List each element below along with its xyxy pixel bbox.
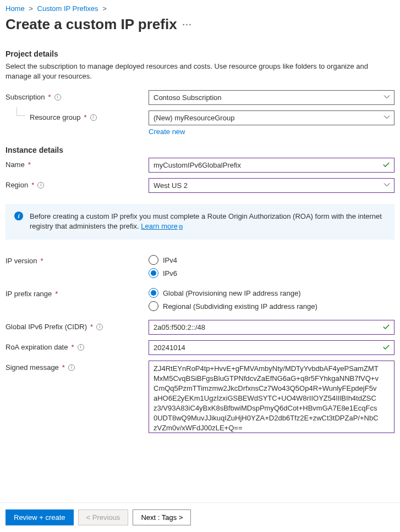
ip-version-ipv4-radio[interactable]: IPv4 [149,255,394,265]
create-new-link[interactable]: Create new [149,128,185,136]
info-icon[interactable]: i [68,364,75,371]
region-label: Region* i [6,178,149,189]
info-icon: i [14,212,23,220]
subscription-select[interactable] [149,90,394,105]
cidr-input[interactable] [149,320,394,335]
info-icon[interactable]: i [90,114,97,121]
resource-group-label: Resource group* i [6,110,149,121]
section-instance-details: Instance details [6,146,394,154]
info-icon[interactable]: i [54,94,61,101]
subscription-label: Subscription* i [6,90,149,101]
ip-version-label: IP version* [6,254,149,265]
section-project-details: Project details [6,49,394,58]
breadcrumb: Home > Custom IP Prefixes > [6,4,394,13]
check-icon [382,160,390,170]
ip-version-ipv6-radio[interactable]: IPv6 [149,268,394,278]
learn-more-link[interactable]: Learn more⧉ [141,222,182,230]
ip-prefix-range-global-radio[interactable]: Global (Provisioning new IP address rang… [149,288,394,298]
external-link-icon: ⧉ [179,224,183,230]
page-title: Create a custom IP prefix ··· [6,16,394,33]
breadcrumb-custom-ip-prefixes[interactable]: Custom IP Prefixes [37,4,98,13]
info-icon[interactable]: i [37,182,44,189]
ip-prefix-range-regional-radio[interactable]: Regional (Subdividing existing IP addres… [149,301,394,311]
signed-message-label: Signed message* i [6,361,149,372]
info-icon[interactable]: i [96,324,103,330]
ip-prefix-range-label: IP prefix range* [6,287,149,298]
chevron-right-icon: > [29,4,33,13]
check-icon [382,343,390,352]
name-label: Name* [6,158,149,169]
signed-message-textarea[interactable] [149,361,394,433]
info-icon[interactable]: i [78,344,84,351]
more-icon[interactable]: ··· [183,20,193,29]
roa-expiration-label: RoA expiration date* i [6,340,149,351]
resource-group-select[interactable] [149,110,394,125]
breadcrumb-home[interactable]: Home [6,4,25,13]
region-select[interactable] [149,178,394,193]
check-icon [382,323,390,332]
roa-info-box: i Before creating a custom IP prefix you… [6,204,394,240]
roa-expiration-input[interactable] [149,340,394,355]
chevron-right-icon: > [102,4,107,13]
cidr-label: Global IPv6 Prefix (CIDR)* i [6,320,149,331]
project-details-desc: Select the subscription to manage deploy… [6,62,394,81]
name-input[interactable] [149,158,394,173]
